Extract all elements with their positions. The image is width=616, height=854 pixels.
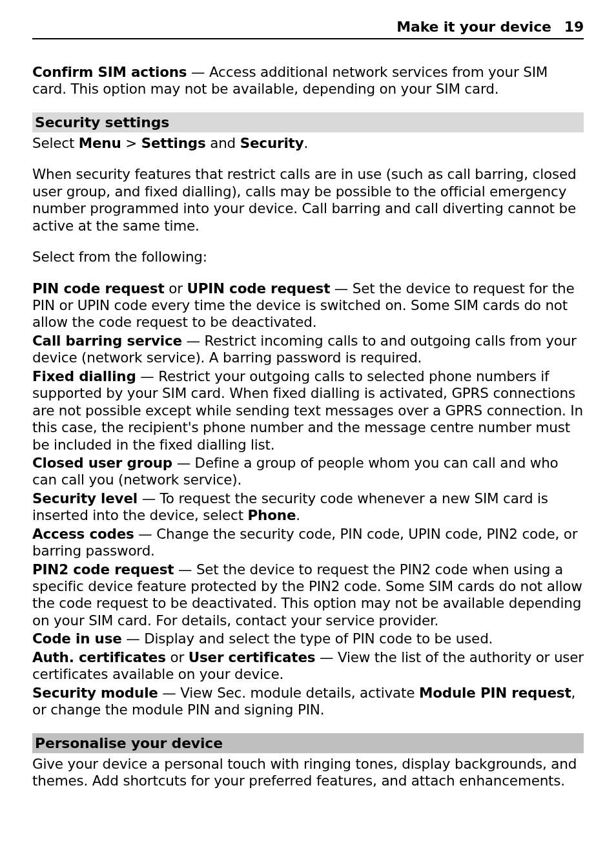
desc-codeuse: — Display and select the type of PIN cod… bbox=[122, 630, 493, 647]
term-fixed: Fixed dialling bbox=[32, 368, 136, 384]
term-user-cert: User certificates bbox=[189, 649, 316, 665]
nav-gt: > bbox=[121, 135, 141, 151]
nav-prefix: Select bbox=[32, 135, 79, 151]
term-cug: Closed user group bbox=[32, 455, 172, 471]
term-access: Access codes bbox=[32, 526, 134, 542]
item-access-codes: Access codes — Change the security code,… bbox=[32, 526, 584, 560]
heading-security-settings: Security settings bbox=[32, 112, 584, 132]
nav-security: Security bbox=[240, 135, 304, 151]
nav-suffix: . bbox=[303, 135, 308, 151]
select-from-following: Select from the following: bbox=[32, 249, 584, 266]
header-page-number: 19 bbox=[564, 18, 584, 36]
security-nav-path: Select Menu > Settings and Security. bbox=[32, 135, 584, 152]
item-fixed-dialling: Fixed dialling — Restrict your outgoing … bbox=[32, 368, 584, 453]
desc-seclevel-2: . bbox=[296, 507, 300, 523]
seclevel-phone: Phone bbox=[248, 507, 296, 523]
term-codeuse: Code in use bbox=[32, 630, 122, 647]
term-pin: PIN code request bbox=[32, 280, 165, 297]
term-auth-cert: Auth. certificates bbox=[32, 649, 166, 665]
item-security-module: Security module — View Sec. module detai… bbox=[32, 685, 584, 719]
nav-menu: Menu bbox=[79, 135, 121, 151]
term-callbar: Call barring service bbox=[32, 333, 182, 349]
nav-settings: Settings bbox=[141, 135, 206, 151]
item-pin2-code-request: PIN2 code request — Set the device to re… bbox=[32, 561, 584, 630]
item-pin-code-request: PIN code request or UPIN code request — … bbox=[32, 280, 584, 331]
term-secmod: Security module bbox=[32, 685, 158, 701]
term-confirm-sim: Confirm SIM actions bbox=[32, 64, 187, 80]
term-upin: UPIN code request bbox=[187, 280, 330, 297]
page-header: Make it your device 19 bbox=[32, 18, 584, 39]
heading-personalise: Personalise your device bbox=[32, 733, 584, 753]
item-security-level: Security level — To request the security… bbox=[32, 490, 584, 525]
personalise-body: Give your device a personal touch with r… bbox=[32, 756, 584, 790]
term-pin2: PIN2 code request bbox=[32, 561, 174, 578]
secmod-mpr: Module PIN request bbox=[419, 685, 571, 701]
item-call-barring: Call barring service — Restrict incoming… bbox=[32, 333, 584, 367]
item-certificates: Auth. certificates or User certificates … bbox=[32, 649, 584, 683]
pin-or: or bbox=[165, 280, 187, 297]
nav-and: and bbox=[206, 135, 240, 151]
term-seclevel: Security level bbox=[32, 490, 138, 506]
item-closed-user-group: Closed user group — Define a group of pe… bbox=[32, 455, 584, 489]
item-code-in-use: Code in use — Display and select the typ… bbox=[32, 630, 584, 647]
auth-or: or bbox=[166, 649, 189, 665]
confirm-sim-actions-item: Confirm SIM actions — Access additional … bbox=[32, 64, 584, 98]
desc-secmod-1: — View Sec. module details, activate bbox=[158, 685, 419, 701]
security-warning-text: When security features that restrict cal… bbox=[32, 166, 584, 234]
header-title: Make it your device bbox=[396, 18, 551, 36]
